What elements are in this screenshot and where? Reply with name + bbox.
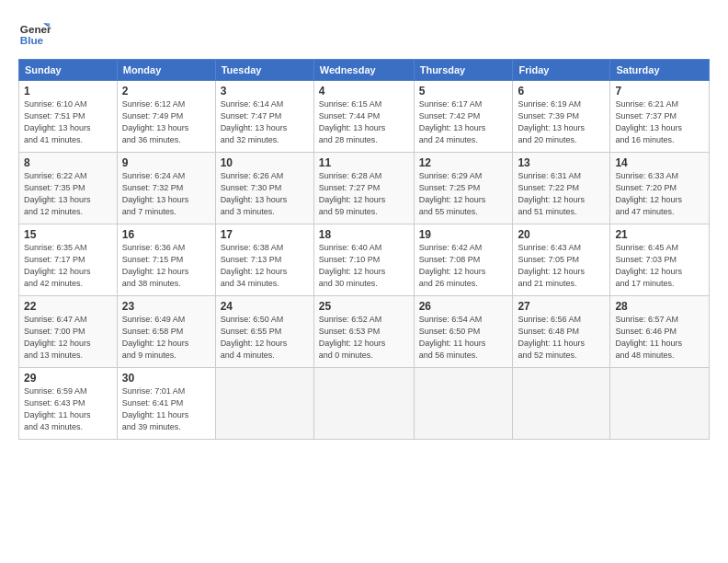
day-cell: 22Sunrise: 6:47 AM Sunset: 7:00 PM Dayli… [19,296,118,368]
day-number: 6 [518,85,605,98]
day-info: Sunrise: 7:01 AM Sunset: 6:41 PM Dayligh… [122,385,210,433]
day-info: Sunrise: 6:38 AM Sunset: 7:13 PM Dayligh… [221,242,309,290]
day-info: Sunrise: 6:33 AM Sunset: 7:20 PM Dayligh… [615,170,704,218]
day-number: 5 [419,85,508,98]
week-row-1: 8Sunrise: 6:22 AM Sunset: 7:35 PM Daylig… [19,153,710,224]
day-info: Sunrise: 6:17 AM Sunset: 7:42 PM Dayligh… [419,98,508,146]
day-info: Sunrise: 6:43 AM Sunset: 7:05 PM Dayligh… [518,242,605,290]
day-cell: 8Sunrise: 6:22 AM Sunset: 7:35 PM Daylig… [19,153,118,224]
day-info: Sunrise: 6:57 AM Sunset: 6:46 PM Dayligh… [615,314,704,362]
day-cell: 2Sunrise: 6:12 AM Sunset: 7:49 PM Daylig… [117,81,215,153]
header-row: SundayMondayTuesdayWednesdayThursdayFrid… [19,60,710,81]
col-header-sunday: Sunday [19,60,118,81]
day-number: 21 [615,228,704,241]
day-number: 22 [24,300,112,313]
day-cell [414,368,513,440]
week-row-0: 1Sunrise: 6:10 AM Sunset: 7:51 PM Daylig… [19,81,710,153]
day-number: 25 [319,300,409,313]
page: General Blue SundayMondayTuesdayWednesda… [0,0,728,563]
day-info: Sunrise: 6:29 AM Sunset: 7:25 PM Dayligh… [419,170,508,218]
day-cell: 14Sunrise: 6:33 AM Sunset: 7:20 PM Dayli… [610,153,710,224]
day-number: 14 [615,156,704,169]
logo-icon: General Blue [18,17,51,50]
day-cell: 10Sunrise: 6:26 AM Sunset: 7:30 PM Dayli… [215,153,313,224]
col-header-friday: Friday [513,60,610,81]
day-number: 12 [419,156,508,169]
day-number: 10 [221,156,309,169]
day-cell: 3Sunrise: 6:14 AM Sunset: 7:47 PM Daylig… [215,81,313,153]
day-cell: 5Sunrise: 6:17 AM Sunset: 7:42 PM Daylig… [414,81,513,153]
day-number: 1 [24,85,112,98]
col-header-thursday: Thursday [414,60,513,81]
day-cell: 4Sunrise: 6:15 AM Sunset: 7:44 PM Daylig… [313,81,414,153]
day-cell: 28Sunrise: 6:57 AM Sunset: 6:46 PM Dayli… [610,296,710,368]
day-cell: 27Sunrise: 6:56 AM Sunset: 6:48 PM Dayli… [513,296,610,368]
day-cell: 9Sunrise: 6:24 AM Sunset: 7:32 PM Daylig… [117,153,215,224]
day-cell: 25Sunrise: 6:52 AM Sunset: 6:53 PM Dayli… [313,296,414,368]
day-cell: 29Sunrise: 6:59 AM Sunset: 6:43 PM Dayli… [19,368,118,440]
day-number: 3 [221,85,309,98]
day-cell [313,368,414,440]
day-number: 28 [615,300,704,313]
day-info: Sunrise: 6:36 AM Sunset: 7:15 PM Dayligh… [122,242,210,290]
day-cell: 6Sunrise: 6:19 AM Sunset: 7:39 PM Daylig… [513,81,610,153]
header: General Blue [18,17,710,50]
day-cell: 11Sunrise: 6:28 AM Sunset: 7:27 PM Dayli… [313,153,414,224]
day-info: Sunrise: 6:10 AM Sunset: 7:51 PM Dayligh… [24,98,112,146]
day-cell: 23Sunrise: 6:49 AM Sunset: 6:58 PM Dayli… [117,296,215,368]
day-number: 26 [419,300,508,313]
day-info: Sunrise: 6:52 AM Sunset: 6:53 PM Dayligh… [319,314,409,362]
day-info: Sunrise: 6:59 AM Sunset: 6:43 PM Dayligh… [24,385,112,433]
day-info: Sunrise: 6:49 AM Sunset: 6:58 PM Dayligh… [122,314,210,362]
day-number: 9 [122,156,210,169]
day-cell: 17Sunrise: 6:38 AM Sunset: 7:13 PM Dayli… [215,224,313,296]
day-number: 15 [24,228,112,241]
day-number: 11 [319,156,409,169]
day-info: Sunrise: 6:21 AM Sunset: 7:37 PM Dayligh… [615,98,704,146]
day-cell: 26Sunrise: 6:54 AM Sunset: 6:50 PM Dayli… [414,296,513,368]
day-info: Sunrise: 6:28 AM Sunset: 7:27 PM Dayligh… [319,170,409,218]
day-info: Sunrise: 6:15 AM Sunset: 7:44 PM Dayligh… [319,98,409,146]
day-cell [513,368,610,440]
day-info: Sunrise: 6:35 AM Sunset: 7:17 PM Dayligh… [24,242,112,290]
day-number: 29 [24,372,112,385]
day-info: Sunrise: 6:12 AM Sunset: 7:49 PM Dayligh… [122,98,210,146]
day-info: Sunrise: 6:40 AM Sunset: 7:10 PM Dayligh… [319,242,409,290]
day-info: Sunrise: 6:26 AM Sunset: 7:30 PM Dayligh… [221,170,309,218]
day-number: 4 [319,85,409,98]
day-info: Sunrise: 6:42 AM Sunset: 7:08 PM Dayligh… [419,242,508,290]
day-number: 7 [615,85,704,98]
day-info: Sunrise: 6:31 AM Sunset: 7:22 PM Dayligh… [518,170,605,218]
day-number: 16 [122,228,210,241]
day-number: 19 [419,228,508,241]
day-cell: 13Sunrise: 6:31 AM Sunset: 7:22 PM Dayli… [513,153,610,224]
day-number: 20 [518,228,605,241]
day-cell: 16Sunrise: 6:36 AM Sunset: 7:15 PM Dayli… [117,224,215,296]
day-number: 30 [122,372,210,385]
logo: General Blue [18,17,51,50]
day-cell: 30Sunrise: 7:01 AM Sunset: 6:41 PM Dayli… [117,368,215,440]
day-info: Sunrise: 6:45 AM Sunset: 7:03 PM Dayligh… [615,242,704,290]
day-info: Sunrise: 6:14 AM Sunset: 7:47 PM Dayligh… [221,98,309,146]
day-number: 17 [221,228,309,241]
day-number: 13 [518,156,605,169]
day-cell: 18Sunrise: 6:40 AM Sunset: 7:10 PM Dayli… [313,224,414,296]
col-header-monday: Monday [117,60,215,81]
day-cell: 15Sunrise: 6:35 AM Sunset: 7:17 PM Dayli… [19,224,118,296]
day-cell [610,368,710,440]
week-row-4: 29Sunrise: 6:59 AM Sunset: 6:43 PM Dayli… [19,368,710,440]
day-cell: 24Sunrise: 6:50 AM Sunset: 6:55 PM Dayli… [215,296,313,368]
day-info: Sunrise: 6:22 AM Sunset: 7:35 PM Dayligh… [24,170,112,218]
day-info: Sunrise: 6:56 AM Sunset: 6:48 PM Dayligh… [518,314,605,362]
day-number: 8 [24,156,112,169]
week-row-2: 15Sunrise: 6:35 AM Sunset: 7:17 PM Dayli… [19,224,710,296]
day-info: Sunrise: 6:19 AM Sunset: 7:39 PM Dayligh… [518,98,605,146]
day-number: 24 [221,300,309,313]
day-info: Sunrise: 6:47 AM Sunset: 7:00 PM Dayligh… [24,314,112,362]
col-header-tuesday: Tuesday [215,60,313,81]
day-number: 27 [518,300,605,313]
day-cell: 12Sunrise: 6:29 AM Sunset: 7:25 PM Dayli… [414,153,513,224]
day-cell: 7Sunrise: 6:21 AM Sunset: 7:37 PM Daylig… [610,81,710,153]
col-header-wednesday: Wednesday [313,60,414,81]
calendar: SundayMondayTuesdayWednesdayThursdayFrid… [18,59,710,440]
